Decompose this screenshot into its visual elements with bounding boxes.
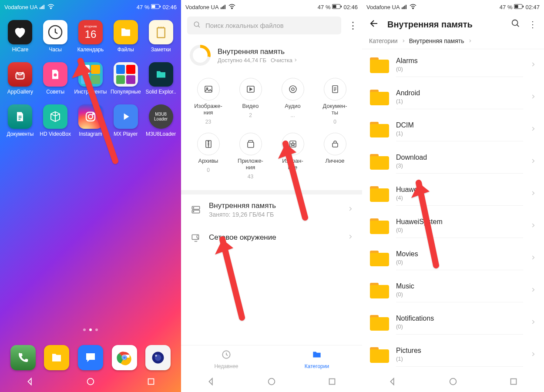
folder-row[interactable]: HuaweiSystem (0) [362,210,544,242]
status-bar: Vodafone UA 47 % 02:46 [181,0,362,12]
svg-point-36 [289,86,296,93]
folder-row[interactable]: Music (0) [362,275,544,307]
storage-icon [190,204,202,215]
svg-point-32 [194,22,199,27]
app-documents[interactable]: Документы [3,104,38,137]
cat-documents[interactable]: Докумен- ты0 [314,78,356,125]
folder-icon [370,218,389,234]
cat-archives[interactable]: Архивы0 [187,133,229,180]
app-popular-folder[interactable]: Популярные [108,62,143,95]
internal-storage-panel: Vodafone UA 47 % 02:47 Внутренняя память… [362,0,544,392]
search-input[interactable]: Поиск локальных файлов [187,17,341,34]
signal-icon [40,4,46,10]
folder-icon [370,315,389,331]
app-hicare[interactable]: HiCare [3,20,38,53]
cat-favorites[interactable]: Избран- ное0 [272,133,314,180]
chevron-right-icon [530,319,536,327]
search-button[interactable] [511,19,520,30]
chevron-right-icon [530,126,536,134]
tab-categories[interactable]: Категории [272,345,362,373]
cat-video[interactable]: Видео2 [229,78,272,125]
svg-point-22 [87,379,94,385]
svg-rect-33 [205,86,212,92]
back-button[interactable] [369,18,379,30]
tab-recent[interactable]: Недавнее [181,345,272,373]
crumb-current[interactable]: Внутренняя память [409,37,464,44]
page-title: Внутренняя память [387,20,503,30]
app-notes[interactable]: Заметки [143,20,178,53]
chevron-right-icon [347,234,353,241]
svg-point-55 [412,7,413,8]
svg-point-28 [231,7,232,8]
svg-rect-25 [222,7,223,9]
nav-recent[interactable] [146,377,156,388]
svg-rect-58 [523,6,524,7]
app-instagram[interactable]: Instagram [73,104,108,137]
app-solidexplorer[interactable]: Solid Explor.. [143,62,178,95]
divider [181,190,362,194]
cat-audio[interactable]: Аудио... [272,78,314,125]
dock-phone[interactable] [10,345,36,370]
svg-point-21 [155,355,157,357]
folder-row[interactable]: Pictures (1) [362,339,544,371]
folder-row[interactable]: Movies (0) [362,242,544,275]
svg-rect-26 [223,6,224,9]
svg-point-49 [269,379,275,385]
folder-count: (1) [396,355,523,362]
battery-label: 47 % [318,4,331,10]
row-internal-storage[interactable]: Внутренняя памятьЗанято: 19,26 ГБ/64 ГБ [181,194,362,225]
dock-chrome[interactable] [112,345,137,370]
nav-back[interactable] [206,377,216,388]
dock-messages[interactable] [78,345,103,370]
battery-label: 47 % [137,4,150,10]
svg-point-4 [50,7,51,8]
folder-name: Pictures [396,347,523,355]
nav-home[interactable] [86,377,95,388]
storage-summary[interactable]: Внутренняя память Доступно 44,74 ГБ Очис… [181,39,362,74]
chevron-right-icon [530,190,536,198]
app-tips[interactable]: Советы [38,62,73,95]
dock-files[interactable] [44,345,69,370]
app-calendar[interactable]: вторник16Календарь [73,20,108,53]
cat-images[interactable]: Изображе- ния23 [187,78,229,125]
crumb-categories[interactable]: Категории [369,37,398,44]
nav-recent[interactable] [509,377,518,388]
nav-home[interactable] [267,377,276,388]
folder-icon [370,90,389,105]
app-files[interactable]: Файлы [108,20,143,53]
folder-row[interactable]: Notifications (0) [362,307,544,339]
cleanup-link[interactable]: Очистка [271,57,298,64]
svg-point-46 [193,211,194,212]
app-clock[interactable]: Часы [38,20,73,53]
app-m3u8loader[interactable]: M3U8 LoaderM3U8Loader [143,104,178,137]
folder-icon [370,122,389,137]
bottom-tabs: Недавнее Категории [181,345,362,373]
svg-rect-61 [511,379,517,385]
time-label: 02:46 [162,4,177,10]
folder-row[interactable]: Huawei (4) [362,178,544,210]
cat-private[interactable]: Личное [314,133,356,180]
folder-count: (3) [396,162,523,169]
folder-row[interactable]: Android (1) [362,81,544,114]
folder-row[interactable]: Alarms (0) [362,49,544,81]
nav-home[interactable] [448,377,458,388]
cat-apps[interactable]: Приложе- ния43 [229,133,272,180]
row-network[interactable]: Сетевое окружение [181,225,362,250]
app-mxplayer[interactable]: MX Player [108,104,143,137]
category-grid: Изображе- ния23 Видео2 Аудио... Докумен-… [181,74,362,184]
svg-rect-53 [404,6,405,9]
app-tools-folder[interactable]: Инструменты [73,62,108,95]
folder-icon [370,347,389,363]
more-menu-icon[interactable]: ⋮ [345,20,360,31]
chevron-right-icon [530,255,536,262]
folder-row[interactable]: DCIM (1) [362,114,544,146]
nav-back[interactable] [25,377,35,388]
folder-name: HuaweiSystem [396,218,523,226]
folder-row[interactable]: Download (3) [362,146,544,178]
nav-recent[interactable] [327,377,337,388]
dock-camera[interactable] [145,345,171,370]
nav-back[interactable] [388,377,397,388]
app-appgallery[interactable]: AppGallery [3,62,38,95]
more-menu-icon[interactable]: ⋮ [528,19,537,30]
app-hdvideobox[interactable]: HD VideoBox [38,104,73,137]
